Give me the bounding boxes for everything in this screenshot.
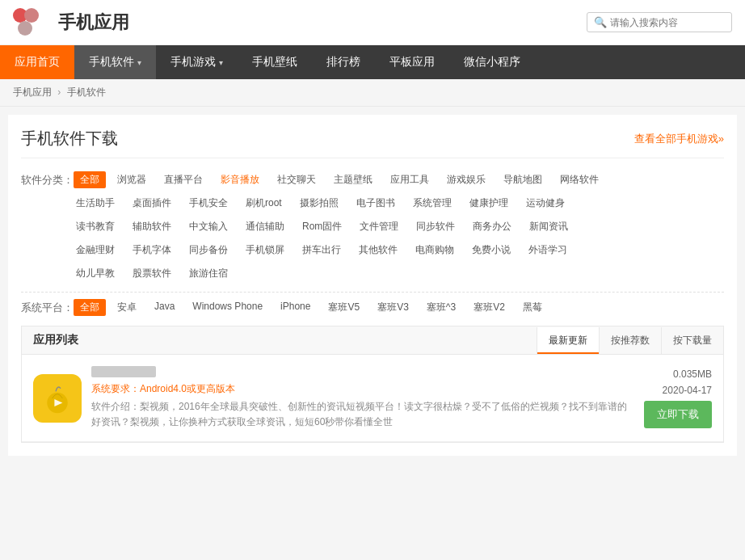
search-icon: 🔍: [594, 16, 607, 28]
category-row-4: 幼儿早教 股票软件 旅游住宿: [21, 265, 724, 282]
filter-divider: [21, 292, 724, 293]
category-tag-game-ent[interactable]: 游戏娱乐: [440, 171, 492, 188]
app-item: 系统要求：Android4.0或更高版本 软件介绍：梨视频，2016年全球最具突…: [22, 355, 723, 442]
cat-lock[interactable]: 手机锁屏: [239, 242, 291, 259]
category-tags-row2: 读书教育 辅助软件 中文输入 通信辅助 Rom固件 文件管理 同步软件 商务办公…: [69, 218, 724, 235]
platform-symbian-v5[interactable]: 塞班V5: [322, 299, 366, 316]
tab-downloads[interactable]: 按下载量: [661, 327, 723, 354]
nav-item-wallpaper[interactable]: 手机壁纸: [238, 45, 312, 79]
app-date: 2020-04-17: [663, 385, 712, 396]
view-all-games-link[interactable]: 查看全部手机游戏»: [634, 132, 724, 146]
category-tags-row3: 金融理财 手机字体 同步备份 手机锁屏 拼车出行 其他软件 电商购物 免费小说 …: [69, 242, 724, 259]
platform-android[interactable]: 安卓: [111, 299, 143, 316]
platform-symbian-v2[interactable]: 塞班V2: [467, 299, 511, 316]
logo-circle-2: [24, 8, 39, 23]
main-nav: 应用首页 手机软件 ▾ 手机游戏 ▾ 手机壁纸 排行榜 平板应用 微信小程序: [0, 45, 745, 79]
cat-font[interactable]: 手机字体: [126, 242, 178, 259]
platform-java[interactable]: Java: [148, 299, 181, 316]
nav-item-tablet[interactable]: 平板应用: [375, 45, 449, 79]
platform-row: 系统平台： 全部 安卓 Java Windows Phone iPhone 塞班…: [21, 299, 724, 316]
logo-icon: [13, 6, 52, 39]
cat-photo[interactable]: 摄影拍照: [293, 195, 345, 212]
category-row-3: 金融理财 手机字体 同步备份 手机锁屏 拼车出行 其他软件 电商购物 免费小说 …: [21, 242, 724, 259]
site-title: 手机应用: [58, 11, 129, 35]
cat-sync[interactable]: 同步软件: [410, 218, 461, 235]
cat-office[interactable]: 商务办公: [466, 218, 518, 235]
platform-iphone[interactable]: iPhone: [274, 299, 317, 316]
cat-life[interactable]: 生活助手: [69, 195, 121, 212]
category-tag-all[interactable]: 全部: [74, 171, 106, 188]
app-desc: 软件介绍：梨视频，2016年全球最具突破性、创新性的资讯短视频平台！读文字很枯燥…: [91, 399, 629, 430]
cat-input[interactable]: 中文输入: [183, 218, 234, 235]
category-tag-browser[interactable]: 浏览器: [111, 171, 153, 188]
cat-novel[interactable]: 免费小说: [465, 242, 517, 259]
cat-kids[interactable]: 幼儿早教: [69, 265, 121, 282]
nav-item-wechat[interactable]: 微信小程序: [449, 45, 535, 79]
cat-ebook[interactable]: 电子图书: [350, 195, 402, 212]
cat-stock[interactable]: 股票软件: [126, 265, 178, 282]
breadcrumb-home[interactable]: 手机应用: [13, 86, 52, 98]
nav-item-ranking[interactable]: 排行榜: [312, 45, 375, 79]
cat-news[interactable]: 新闻资讯: [523, 218, 575, 235]
platform-blackberry[interactable]: 黑莓: [516, 299, 549, 316]
cat-comm[interactable]: 通信辅助: [239, 218, 291, 235]
nav-item-games[interactable]: 手机游戏 ▾: [156, 45, 238, 79]
logo-circle-3: [18, 21, 32, 36]
app-list-tabs: 最新更新 按推荐数 按下载量: [537, 327, 723, 354]
software-category-filter: 软件分类： 全部 浏览器 直播平台 影音播放 社交聊天 主题壁纸 应用工具 游戏…: [21, 171, 724, 282]
category-tag-tools[interactable]: 应用工具: [384, 171, 436, 188]
cat-travel[interactable]: 旅游住宿: [183, 265, 234, 282]
category-tag-theme[interactable]: 主题壁纸: [327, 171, 379, 188]
cat-security[interactable]: 手机安全: [183, 195, 234, 212]
cat-health[interactable]: 健康护理: [463, 195, 515, 212]
cat-lang[interactable]: 外语学习: [522, 242, 574, 259]
nav-item-software[interactable]: 手机软件 ▾: [74, 45, 156, 79]
app-list-title: 应用列表: [22, 326, 90, 354]
nav-dropdown-arrow: ▾: [137, 58, 141, 67]
cat-finance[interactable]: 金融理财: [69, 242, 121, 259]
platform-label: 系统平台：: [21, 299, 74, 315]
app-system-req: 系统要求：Android4.0或更高版本: [91, 382, 629, 396]
nav-item-home[interactable]: 应用首页: [0, 45, 74, 79]
cat-backup[interactable]: 同步备份: [183, 242, 234, 259]
platform-symbian-v3[interactable]: 塞班V3: [371, 299, 415, 316]
category-row-2: 读书教育 辅助软件 中文输入 通信辅助 Rom固件 文件管理 同步软件 商务办公…: [21, 218, 724, 235]
cat-flash[interactable]: 刷机root: [239, 195, 288, 212]
category-tag-navi[interactable]: 导航地图: [497, 171, 549, 188]
tab-recommended[interactable]: 按推荐数: [599, 327, 661, 354]
category-tag-network[interactable]: 网络软件: [553, 171, 605, 188]
cat-other[interactable]: 其他软件: [352, 242, 404, 259]
pear-video-svg: [43, 382, 72, 415]
platform-all[interactable]: 全部: [74, 299, 106, 316]
platform-windows-phone[interactable]: Windows Phone: [186, 299, 269, 316]
app-meta: 0.035MB 2020-04-17 立即下载: [639, 368, 712, 428]
main-content: 手机软件下载 查看全部手机游戏» 软件分类： 全部 浏览器 直播平台 影音播放 …: [8, 115, 737, 456]
app-icon: [33, 374, 82, 423]
category-tag-video[interactable]: 影音播放: [214, 171, 266, 188]
header-search: 🔍: [587, 12, 732, 32]
cat-desktop[interactable]: 桌面插件: [126, 195, 178, 212]
cat-shop[interactable]: 电商购物: [409, 242, 461, 259]
app-size: 0.035MB: [673, 368, 712, 380]
cat-sports[interactable]: 运动健身: [520, 195, 571, 212]
platform-symbian-3[interactable]: 塞班^3: [420, 299, 462, 316]
download-button[interactable]: 立即下载: [644, 401, 712, 428]
cat-reading[interactable]: 读书教育: [69, 218, 121, 235]
app-list-section: 应用列表 最新更新 按推荐数 按下载量: [21, 326, 724, 443]
tab-latest[interactable]: 最新更新: [537, 327, 599, 354]
app-list-header: 应用列表 最新更新 按推荐数 按下载量: [22, 326, 723, 355]
logo-area: 手机应用: [13, 6, 129, 39]
category-tag-live[interactable]: 直播平台: [158, 171, 209, 188]
cat-assist[interactable]: 辅助软件: [126, 218, 178, 235]
cat-system[interactable]: 系统管理: [406, 195, 458, 212]
category-tags-row1: 生活助手 桌面插件 手机安全 刷机root 摄影拍照 电子图书 系统管理 健康护…: [69, 195, 724, 212]
cat-rom[interactable]: Rom固件: [296, 218, 348, 235]
cat-carpool[interactable]: 拼车出行: [296, 242, 347, 259]
app-name-placeholder: [91, 366, 156, 377]
header: 手机应用 🔍: [0, 0, 745, 45]
search-box[interactable]: 🔍: [587, 12, 732, 32]
search-input[interactable]: [610, 17, 723, 28]
nav-dropdown-arrow-games: ▾: [219, 58, 223, 67]
cat-file[interactable]: 文件管理: [353, 218, 405, 235]
category-tag-social[interactable]: 社交聊天: [271, 171, 322, 188]
